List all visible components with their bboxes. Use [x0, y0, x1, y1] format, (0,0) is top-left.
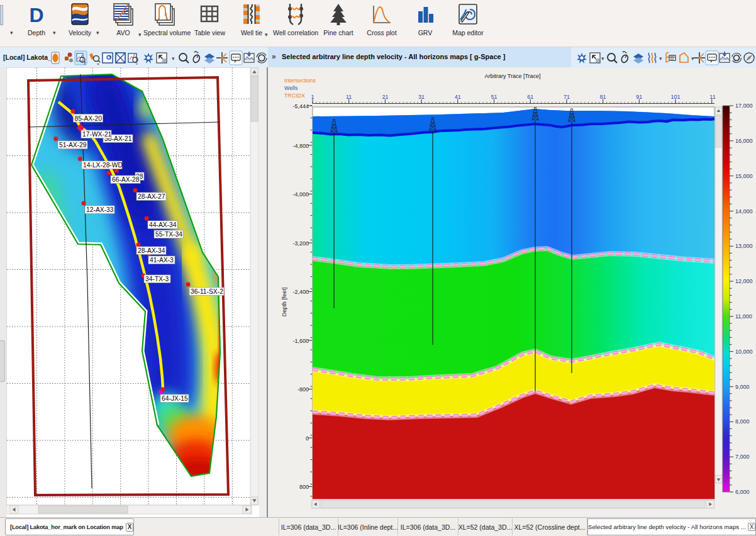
- svg-text:85-AX-20: 85-AX-20: [75, 115, 103, 122]
- svg-text:44-AX-34: 44-AX-34: [149, 221, 177, 228]
- svg-text:11: 11: [709, 94, 715, 100]
- svg-text:-3,200: -3,200: [292, 240, 309, 247]
- svg-text:14-LX-28-WD: 14-LX-28-WD: [83, 162, 123, 169]
- svg-text:-5,444: -5,444: [292, 103, 309, 109]
- svg-text:-1,600: -1,600: [292, 338, 309, 344]
- svg-text:13,000: 13,000: [735, 243, 753, 249]
- svg-text:-800: -800: [297, 386, 309, 393]
- svg-text:11,000: 11,000: [735, 313, 752, 320]
- svg-text:28-AX-34: 28-AX-34: [138, 247, 165, 254]
- svg-text:7,000: 7,000: [735, 454, 750, 460]
- svg-text:6,000: 6,000: [735, 489, 750, 495]
- svg-text:-4,800: -4,800: [292, 143, 309, 149]
- svg-text:-2,400: -2,400: [292, 289, 309, 295]
- svg-text:Depth [feet]: Depth [feet]: [281, 288, 287, 317]
- svg-text:Intersections: Intersections: [284, 77, 316, 84]
- svg-text:66-AX-28: 66-AX-28: [112, 176, 140, 183]
- svg-text:14,000: 14,000: [735, 208, 753, 215]
- svg-text:34-TX-3: 34-TX-3: [145, 276, 169, 282]
- svg-text:Wells: Wells: [284, 85, 298, 91]
- svg-text:▾: ▾: [601, 55, 604, 62]
- svg-text:▾: ▾: [172, 55, 175, 62]
- svg-text:8,000: 8,000: [735, 418, 750, 425]
- svg-text:9,000: 9,000: [735, 384, 750, 390]
- svg-text:12-AX-33: 12-AX-33: [86, 206, 114, 213]
- svg-text:▾: ▾: [659, 55, 662, 62]
- svg-text:55-TX-34: 55-TX-34: [155, 231, 182, 238]
- svg-text:64-JX-15: 64-JX-15: [162, 395, 188, 402]
- svg-text:17,000: 17,000: [735, 103, 753, 109]
- svg-text:TRCIDX: TRCIDX: [284, 92, 305, 99]
- svg-text:41-AX-3: 41-AX-3: [150, 257, 174, 264]
- svg-text:36-11-SX-2: 36-11-SX-2: [191, 288, 223, 295]
- svg-text:12,000: 12,000: [735, 278, 753, 284]
- svg-text:51-AX-29: 51-AX-29: [59, 142, 87, 148]
- svg-text:10,000: 10,000: [735, 349, 753, 355]
- svg-text:16,000: 16,000: [735, 138, 753, 144]
- svg-text:D: D: [29, 4, 43, 26]
- svg-text:800: 800: [299, 484, 309, 490]
- svg-text:Arbitrary Trace [Trace]: Arbitrary Trace [Trace]: [484, 73, 540, 79]
- svg-text:28-AX-27: 28-AX-27: [138, 193, 165, 200]
- svg-text:▾: ▾: [691, 55, 694, 62]
- svg-text:-4,000: -4,000: [292, 191, 309, 198]
- svg-text:17-WX-21: 17-WX-21: [82, 131, 112, 138]
- svg-text:15,000: 15,000: [735, 173, 753, 179]
